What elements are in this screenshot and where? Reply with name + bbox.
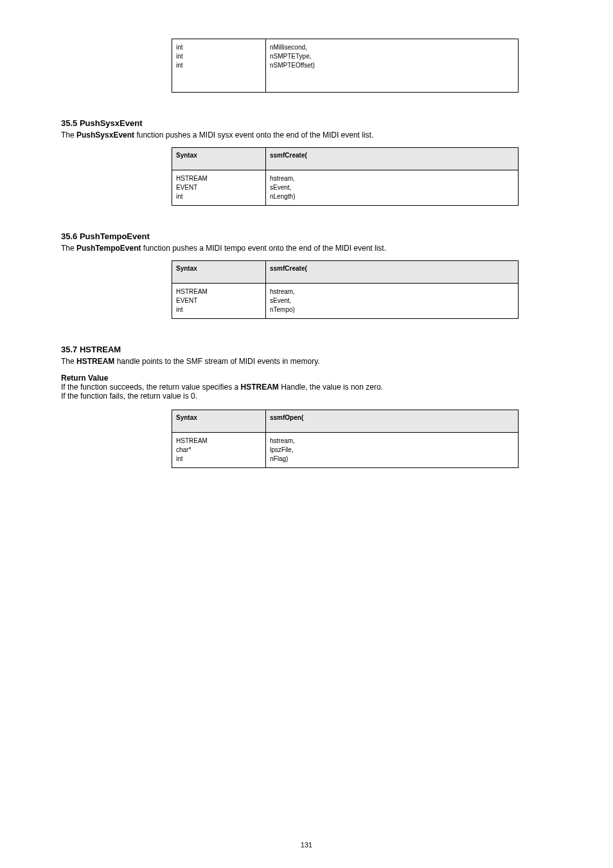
table-header-row: Syntax ssmfCreate( [172, 148, 519, 170]
section-title-35-6: 35.6 PushTempoEvent [61, 231, 552, 241]
ret-body-2: If the function fails, the return value … [61, 392, 552, 401]
cell-types: HSTREAM EVENT int [172, 170, 266, 206]
section-title-35-5: 35.5 PushSysxEvent [61, 118, 552, 128]
param-1: hstream, [270, 174, 514, 183]
table-row: int int int nMillisecond, nSMPTEType, nS… [172, 39, 519, 93]
cell-types: HSTREAM EVENT int [172, 284, 266, 319]
table-wrap-35-5: Syntax ssmfCreate( HSTREAM EVENT int [172, 147, 519, 206]
type-3: int [176, 61, 262, 70]
type-2: int [176, 52, 262, 61]
section-continuation: int int int nMillisecond, nSMPTEType, nS… [61, 39, 552, 93]
param-2: sEvent, [270, 296, 514, 305]
table-row: HSTREAM EVENT int hstream, sEvent, nTemp… [172, 284, 519, 319]
table-row: HSTREAM char* int hstream, lpszFile, nFl… [172, 433, 519, 468]
type-3: int [176, 305, 262, 314]
header-function: ssmfCreate( [266, 261, 519, 284]
param-2: lpszFile, [270, 446, 514, 455]
desc-post: function pushes a MIDI sysx event onto t… [134, 131, 373, 140]
section-35-7: 35.7 HSTREAM The HSTREAM handle points t… [61, 345, 552, 468]
type-3: int [176, 455, 262, 464]
desc-pre-36: The [61, 244, 76, 253]
section-desc-35-5: The PushSysxEvent function pushes a MIDI… [61, 131, 552, 140]
param-3: nFlag) [270, 455, 514, 464]
table-header-row: Syntax ssmfCreate( [172, 261, 519, 284]
section-desc-35-6: The PushTempoEvent function pushes a MID… [61, 244, 552, 253]
header-function: ssmfOpen( [266, 410, 519, 433]
params-table-continuation: int int int nMillisecond, nSMPTEType, nS… [172, 39, 519, 93]
param-2: sEvent, [270, 183, 514, 192]
params-table-35-6: Syntax ssmfCreate( HSTREAM EVENT int [172, 260, 519, 319]
header-syntax: Syntax [172, 148, 266, 170]
header-function: ssmfCreate( [266, 148, 519, 170]
type-1: HSTREAM [176, 174, 262, 183]
type-1: HSTREAM [176, 437, 262, 446]
return-value-block: Return Value If the function succeeds, t… [61, 374, 552, 401]
param-3: nSMPTEOffset) [270, 61, 514, 70]
header-syntax: Syntax [172, 261, 266, 284]
cell-types: int int int [172, 39, 266, 93]
type-1: int [176, 43, 262, 52]
params-table-35-7: Syntax ssmfOpen( HSTREAM char* int [172, 410, 519, 468]
section-35-6: 35.6 PushTempoEvent The PushTempoEvent f… [61, 231, 552, 319]
ret-pre: If the function succeeds, the return val… [61, 383, 241, 392]
cell-params: hstream, lpszFile, nFlag) [266, 433, 519, 468]
table-wrap-35-7: Syntax ssmfOpen( HSTREAM char* int [172, 410, 519, 468]
ret-mid: HSTREAM [241, 383, 279, 392]
ret-post1: Handle, the value is non zero. [279, 383, 383, 392]
params-table-35-5: Syntax ssmfCreate( HSTREAM EVENT int [172, 147, 519, 206]
cell-params: hstream, sEvent, nLength) [266, 170, 519, 206]
section-35-5: 35.5 PushSysxEvent The PushSysxEvent fun… [61, 118, 552, 206]
line1-bold: HSTREAM [76, 357, 114, 366]
line1-pre: The [61, 357, 76, 366]
cell-types: HSTREAM char* int [172, 433, 266, 468]
type-2: char* [176, 446, 262, 455]
param-2: nSMPTEType, [270, 52, 514, 61]
page: int int int nMillisecond, nSMPTEType, nS… [0, 0, 613, 868]
param-3: nTempo) [270, 305, 514, 314]
table-row: HSTREAM EVENT int hstream, sEvent, nLeng… [172, 170, 519, 206]
line1-post: handle points to the SMF stream of MIDI … [114, 357, 319, 366]
desc-post-36: function pushes a MIDI tempo event onto … [141, 244, 386, 253]
param-1: hstream, [270, 437, 514, 446]
desc-fn: PushSysxEvent [76, 131, 134, 140]
desc-pre: The [61, 131, 76, 140]
param-1: nMillisecond, [270, 43, 514, 52]
table-header-row: Syntax ssmfOpen( [172, 410, 519, 433]
cell-params: hstream, sEvent, nTempo) [266, 284, 519, 319]
table-wrap-35-6: Syntax ssmfCreate( HSTREAM EVENT int [172, 260, 519, 319]
cell-params: nMillisecond, nSMPTEType, nSMPTEOffset) [266, 39, 519, 93]
header-syntax: Syntax [172, 410, 266, 433]
section-title-35-7: 35.7 HSTREAM [61, 345, 552, 354]
type-1: HSTREAM [176, 287, 262, 296]
param-1: hstream, [270, 287, 514, 296]
param-3: nLength) [270, 192, 514, 201]
type-2: EVENT [176, 183, 262, 192]
type-2: EVENT [176, 296, 262, 305]
table-wrap-continuation: int int int nMillisecond, nSMPTEType, nS… [172, 39, 519, 93]
type-3: int [176, 192, 262, 201]
page-number: 131 [0, 841, 613, 849]
ret-body-1: If the function succeeds, the return val… [61, 383, 552, 392]
ret-label: Return Value [61, 374, 108, 383]
desc-fn-36: PushTempoEvent [76, 244, 141, 253]
section-desc-35-7: The HSTREAM handle points to the SMF str… [61, 357, 552, 366]
